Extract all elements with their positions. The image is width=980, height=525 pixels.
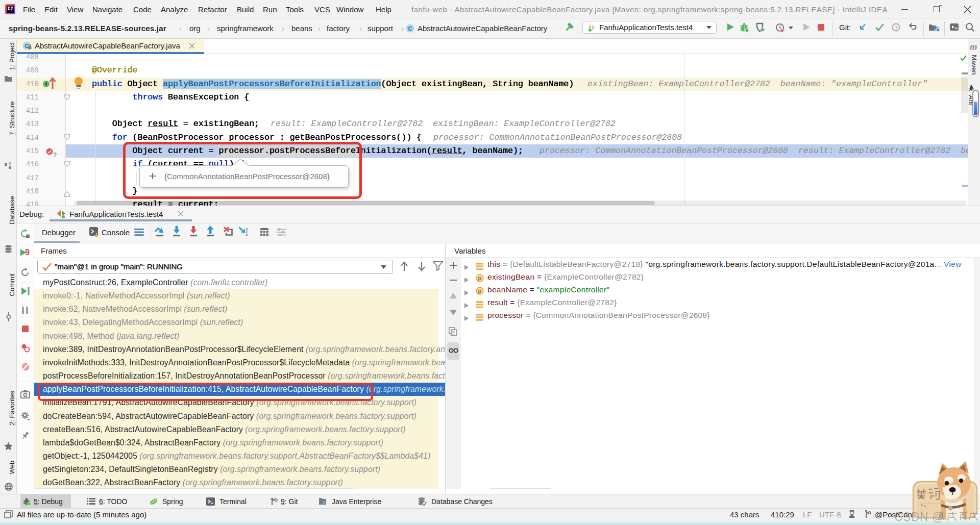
svg-text:p: p (478, 275, 481, 281)
svg-text:C: C (408, 26, 412, 32)
svg-text:p: p (478, 288, 481, 294)
